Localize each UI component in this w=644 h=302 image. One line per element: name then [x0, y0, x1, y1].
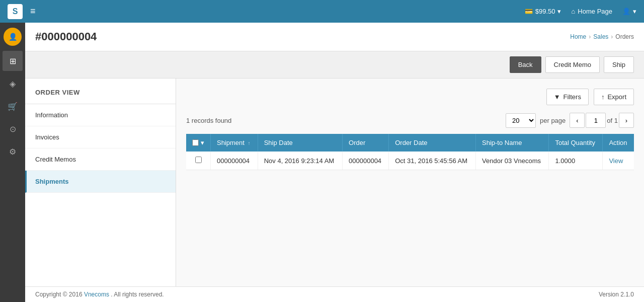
th-action: Action [603, 134, 634, 152]
table-row: 000000004 Nov 4, 2016 9:23:14 AM 0000000… [186, 152, 634, 170]
breadcrumb-sep-2: › [611, 33, 613, 40]
of-label: of 1 [607, 117, 618, 124]
th-order[interactable]: Order [343, 134, 389, 152]
row-checkbox-cell[interactable] [186, 152, 211, 170]
right-panel: ▼ Filters ↑ Export 1 records found 20 50… [176, 79, 644, 286]
th-order-date[interactable]: Order Date [389, 134, 476, 152]
menu-item-information[interactable]: Information [25, 104, 176, 126]
footer-copyright: Copyright © 2016 Vnecoms . All rights re… [35, 291, 164, 298]
page-input[interactable] [586, 113, 606, 128]
breadcrumb: Home › Sales › Orders [570, 33, 634, 40]
sort-arrow-shipment: ↑ [248, 140, 251, 146]
settings-icon: ⚙ [9, 147, 16, 157]
sidebar-item-cart[interactable]: 🛒 [3, 96, 23, 116]
select-all-checkbox[interactable] [192, 139, 199, 146]
breadcrumb-sep-1: › [589, 33, 591, 40]
sidebar-item-shield[interactable]: ⊙ [3, 119, 23, 139]
palette-icon: ◈ [10, 79, 16, 89]
row-shipment: 000000004 [211, 152, 258, 170]
th-checkbox-dropdown[interactable]: ▾ [201, 139, 204, 146]
top-nav-left: S ≡ [8, 4, 36, 19]
hamburger-icon[interactable]: ≡ [30, 6, 36, 17]
dashboard-icon: ⊞ [10, 56, 16, 66]
records-count: 1 records found [186, 117, 502, 124]
pagination-bar: 1 records found 20 50 100 per page ‹ of … [186, 113, 634, 128]
row-order-date: Oct 31, 2016 5:45:56 AM [389, 152, 476, 170]
view-link[interactable]: View [609, 157, 623, 165]
home-nav-item[interactable]: ⌂ Home Page [571, 8, 612, 15]
footer-version: Version 2.1.0 [599, 291, 634, 298]
credit-balance[interactable]: 💳 $99.50 ▾ [525, 8, 561, 15]
ship-button[interactable]: Ship [604, 56, 634, 73]
sidebar-item-palette[interactable]: ◈ [3, 73, 23, 94]
shield-icon: ⊙ [10, 124, 16, 134]
breadcrumb-sales[interactable]: Sales [593, 33, 608, 40]
th-total-qty-label: Total Quantity [555, 139, 595, 146]
page-nav: ‹ of 1 › [570, 113, 634, 128]
export-label: Export [607, 93, 626, 101]
row-action[interactable]: View [603, 152, 634, 170]
th-shipment[interactable]: Shipment ↑ [211, 134, 258, 152]
per-page-label: per page [540, 117, 566, 124]
th-ship-to-label: Ship-to Name [482, 139, 522, 146]
header-bar: #000000004 Home › Sales › Orders [25, 23, 644, 51]
shipments-table: ▾ Shipment ↑ Ship Date Order [186, 134, 634, 170]
top-nav-right: 💳 $99.50 ▾ ⌂ Home Page 👤 ▾ [525, 8, 636, 15]
th-shipment-label: Shipment [217, 139, 245, 146]
th-ship-to-name[interactable]: Ship-to Name [476, 134, 549, 152]
per-page-select[interactable]: 20 50 100 [506, 113, 536, 128]
next-page-button[interactable]: › [619, 113, 634, 128]
app-logo[interactable]: S [8, 4, 23, 19]
row-total-qty: 1.0000 [549, 152, 603, 170]
th-ship-date[interactable]: Ship Date [258, 134, 342, 152]
credit-amount: $99.50 [535, 8, 555, 15]
order-view-title: ORDER VIEW [25, 86, 176, 104]
export-icon: ↑ [601, 93, 605, 101]
menu-item-credit-memos-label: Credit Memos [35, 156, 76, 163]
cart-icon: 🛒 [8, 102, 18, 111]
filters-button[interactable]: ▼ Filters [546, 89, 589, 105]
th-action-label: Action [609, 139, 627, 146]
footer: Copyright © 2016 Vnecoms . All rights re… [25, 286, 644, 302]
row-ship-to: Vendor 03 Vnecoms [476, 152, 549, 170]
menu-item-information-label: Information [35, 111, 68, 119]
footer-company-link[interactable]: Vnecoms [84, 291, 109, 298]
credit-memo-button[interactable]: Credit Memo [545, 56, 600, 73]
user-dropdown-icon: ▾ [633, 8, 636, 15]
user-icon: 👤 [622, 8, 630, 15]
menu-item-invoices-label: Invoices [35, 133, 59, 141]
left-panel: ORDER VIEW Information Invoices Credit M… [25, 79, 176, 286]
menu-item-shipments[interactable]: Shipments [25, 171, 176, 193]
back-button[interactable]: Back [510, 56, 541, 73]
credit-dropdown-icon: ▾ [557, 8, 561, 15]
th-order-date-label: Order Date [395, 139, 427, 146]
footer-rights: . All rights reserved. [111, 291, 164, 298]
row-checkbox[interactable] [195, 157, 202, 163]
credit-icon: 💳 [525, 8, 533, 15]
filters-label: Filters [564, 93, 581, 101]
order-id: #000000004 [35, 30, 97, 43]
breadcrumb-orders: Orders [615, 33, 634, 40]
table-controls: ▼ Filters ↑ Export [186, 89, 634, 105]
logo-text: S [13, 7, 18, 16]
th-order-label: Order [349, 139, 365, 146]
avatar: 👤 [4, 28, 22, 46]
main-content: #000000004 Home › Sales › Orders Back Cr… [25, 23, 644, 302]
prev-page-button[interactable]: ‹ [570, 113, 585, 128]
content-area: ORDER VIEW Information Invoices Credit M… [25, 79, 644, 286]
sidebar-item-settings[interactable]: ⚙ [3, 141, 23, 162]
top-nav: S ≡ 💳 $99.50 ▾ ⌂ Home Page 👤 ▾ [0, 0, 644, 23]
menu-item-credit-memos[interactable]: Credit Memos [25, 148, 176, 171]
action-bar: Back Credit Memo Ship [25, 51, 644, 79]
sidebar-item-dashboard[interactable]: ⊞ [3, 51, 23, 71]
user-menu[interactable]: 👤 ▾ [622, 8, 636, 15]
breadcrumb-home[interactable]: Home [570, 33, 586, 40]
th-total-qty[interactable]: Total Quantity [549, 134, 603, 152]
avatar-icon: 👤 [9, 33, 17, 41]
export-button[interactable]: ↑ Export [594, 89, 634, 105]
th-checkbox[interactable]: ▾ [186, 134, 211, 152]
menu-item-invoices[interactable]: Invoices [25, 126, 176, 148]
home-label: Home Page [578, 8, 612, 15]
menu-item-shipments-label: Shipments [35, 178, 68, 185]
row-order: 000000004 [343, 152, 389, 170]
